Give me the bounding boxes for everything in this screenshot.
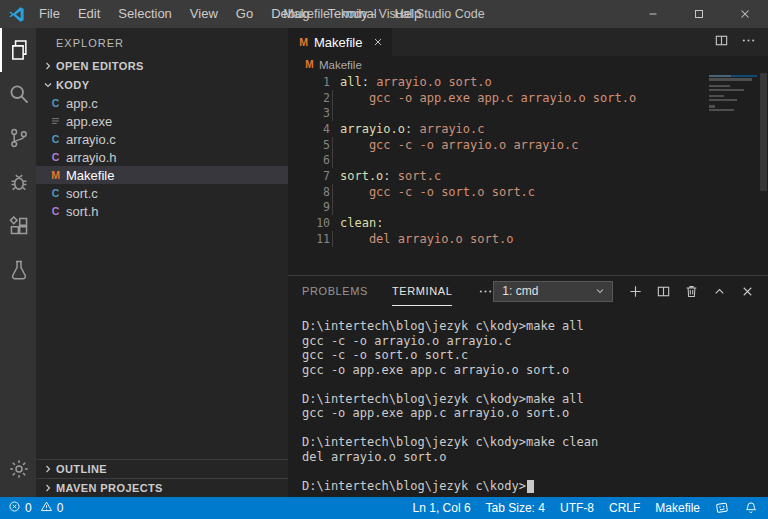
tab-close-icon[interactable]: [372, 36, 384, 48]
code-text: sort.o: sort.c: [340, 169, 441, 183]
file-label: sort.c: [66, 186, 98, 201]
panel-actions: [613, 284, 768, 299]
problems-status[interactable]: 0 0: [8, 500, 63, 516]
code-editor[interactable]: 1all: arrayio.o sort.o2 gcc -o app.exe a…: [288, 73, 768, 275]
file-item-app.c[interactable]: Capp.c: [36, 94, 288, 112]
breadcrumb[interactable]: M Makefile: [288, 56, 768, 73]
minimap-line: [709, 95, 757, 97]
status-tab-size[interactable]: Tab Size: 4: [486, 501, 545, 515]
file-item-sort.h[interactable]: Csort.h: [36, 202, 288, 220]
folder-label: KODY: [56, 79, 89, 91]
code-text: all: arrayio.o sort.o: [340, 75, 492, 89]
menu-edit[interactable]: Edit: [69, 0, 109, 28]
activity-test[interactable]: [0, 248, 36, 292]
minimize-button[interactable]: [630, 0, 676, 28]
open-editors-section[interactable]: OPEN EDITORS: [36, 56, 288, 75]
close-window-button[interactable]: [722, 0, 768, 28]
code-line[interactable]: 8 gcc -c -o sort.o sort.c: [288, 184, 768, 200]
file-item-Makefile[interactable]: MMakefile: [36, 166, 288, 184]
makefile-icon: M: [304, 59, 315, 70]
window-title: Makefile - kody - Visual Studio Code: [283, 7, 484, 21]
status-bar: 0 0 Ln 1, Col 6Tab Size: 4UTF-8CRLFMakef…: [0, 497, 768, 519]
open-editors-label: OPEN EDITORS: [56, 60, 144, 72]
kill-terminal-button[interactable]: [684, 284, 699, 299]
minimize-icon: [646, 7, 660, 21]
activity-manage[interactable]: [0, 447, 36, 491]
bottom-panel: PROBLEMSTERMINAL 1: cmd D:\intertech\blo…: [288, 275, 768, 497]
code-line[interactable]: 4arrayio.o: arrayio.c: [288, 121, 768, 137]
activity-source-control[interactable]: [0, 116, 36, 160]
error-count: 0: [25, 501, 32, 515]
file-item-arrayio.c[interactable]: Carrayio.c: [36, 130, 288, 148]
code-text: gcc -o app.exe app.c arrayio.o sort.o: [340, 91, 636, 105]
c-blue-icon: C: [50, 97, 61, 109]
chevron-right-icon: [40, 58, 56, 74]
minimap-bar: [709, 99, 737, 101]
minimap-bar: [709, 85, 730, 87]
terminal-output[interactable]: D:\intertech\blog\jezyk c\kody>make allg…: [288, 306, 768, 497]
tab-label: Makefile: [314, 35, 362, 50]
code-line[interactable]: 6: [288, 152, 768, 168]
minimap-line: [709, 105, 757, 107]
code-line[interactable]: 9: [288, 200, 768, 216]
line-number: 8: [288, 185, 330, 199]
makefile-icon: M: [50, 169, 61, 181]
status-notifications[interactable]: [744, 501, 758, 515]
code-line[interactable]: 3: [288, 105, 768, 121]
line-number: 10: [288, 216, 330, 230]
split-terminal-button[interactable]: [656, 284, 671, 299]
activity-debug[interactable]: [0, 160, 36, 204]
section-maven-projects[interactable]: MAVEN PROJECTS: [36, 478, 288, 497]
status-bar-right: Ln 1, Col 6Tab Size: 4UTF-8CRLFMakefile: [413, 501, 758, 515]
more-actions-icon[interactable]: [741, 33, 756, 52]
terminal-line: gcc -o app.exe app.c arrayio.o sort.o: [302, 363, 768, 378]
section-outline[interactable]: OUTLINE: [36, 459, 288, 478]
panel-more-icon[interactable]: [478, 284, 493, 299]
maximize-button[interactable]: [676, 0, 722, 28]
folder-section-kody[interactable]: KODY: [36, 75, 288, 94]
editor-scrollbar[interactable]: [760, 73, 767, 191]
minimap-bar: [709, 78, 752, 80]
minimap-line: [709, 109, 757, 111]
window-controls: [630, 0, 768, 28]
file-label: arrayio.c: [66, 132, 116, 147]
status-cursor-position[interactable]: Ln 1, Col 6: [413, 501, 471, 515]
bell-icon: [744, 501, 758, 515]
status-eol[interactable]: CRLF: [609, 501, 640, 515]
activity-extensions[interactable]: [0, 204, 36, 248]
code-line[interactable]: 7sort.o: sort.c: [288, 168, 768, 184]
status-feedback[interactable]: [715, 501, 729, 515]
panel-tabs: PROBLEMSTERMINAL: [302, 276, 476, 306]
menu-file[interactable]: File: [30, 0, 69, 28]
code-text: gcc -c -o sort.o sort.c: [340, 185, 535, 199]
panel-tab-problems[interactable]: PROBLEMS: [302, 276, 368, 306]
activity-search[interactable]: [0, 72, 36, 116]
file-item-arrayio.h[interactable]: Carrayio.h: [36, 148, 288, 166]
code-line[interactable]: 11 del arrayio.o sort.o: [288, 231, 768, 247]
code-line[interactable]: 10clean:: [288, 215, 768, 231]
activity-explorer[interactable]: [0, 28, 36, 72]
terminal-selector-dropdown[interactable]: 1: cmd: [493, 281, 613, 302]
status-language-mode[interactable]: Makefile: [655, 501, 700, 515]
minimap-line: [709, 102, 757, 104]
warning-icon: [40, 500, 53, 516]
menu-go[interactable]: Go: [227, 0, 262, 28]
minimap-bar: [709, 75, 731, 77]
tab-makefile[interactable]: M Makefile: [288, 28, 392, 56]
maximize-panel-button[interactable]: [712, 284, 727, 299]
error-icon: [8, 500, 21, 516]
code-line[interactable]: 5 gcc -c -o arrayio.o arrayio.c: [288, 137, 768, 153]
file-tree: Capp.capp.exeCarrayio.cCarrayio.hMMakefi…: [36, 94, 288, 220]
split-editor-icon[interactable]: [714, 33, 729, 52]
code-line[interactable]: 1all: arrayio.o sort.o: [288, 74, 768, 90]
file-item-sort.c[interactable]: Csort.c: [36, 184, 288, 202]
code-line[interactable]: 2 gcc -o app.exe app.c arrayio.o sort.o: [288, 90, 768, 106]
close-panel-button[interactable]: [740, 284, 755, 299]
menu-view[interactable]: View: [181, 0, 227, 28]
new-terminal-button[interactable]: [628, 284, 643, 299]
status-encoding[interactable]: UTF-8: [560, 501, 594, 515]
panel-tab-terminal[interactable]: TERMINAL: [392, 276, 452, 306]
menu-selection[interactable]: Selection: [109, 0, 180, 28]
file-item-app.exe[interactable]: app.exe: [36, 112, 288, 130]
minimap[interactable]: [709, 75, 757, 112]
